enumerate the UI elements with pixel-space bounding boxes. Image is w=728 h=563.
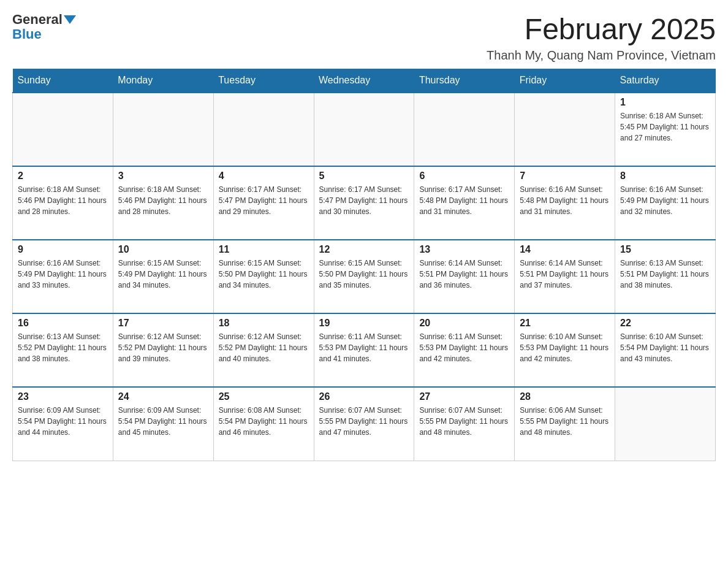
- day-number: 3: [118, 170, 208, 182]
- day-number: 19: [319, 318, 409, 329]
- day-number: 6: [419, 170, 509, 182]
- day-info: Sunrise: 6:10 AM Sunset: 5:53 PM Dayligh…: [520, 331, 610, 364]
- day-info: Sunrise: 6:10 AM Sunset: 5:54 PM Dayligh…: [620, 331, 710, 364]
- calendar-cell: 28Sunrise: 6:06 AM Sunset: 5:55 PM Dayli…: [515, 387, 615, 461]
- calendar-cell: 6Sunrise: 6:17 AM Sunset: 5:48 PM Daylig…: [414, 166, 515, 240]
- day-info: Sunrise: 6:07 AM Sunset: 5:55 PM Dayligh…: [319, 405, 409, 438]
- logo: General Blue: [12, 12, 76, 42]
- weekday-header-monday: Monday: [113, 69, 213, 93]
- day-info: Sunrise: 6:11 AM Sunset: 5:53 PM Dayligh…: [419, 331, 509, 364]
- calendar-cell: 21Sunrise: 6:10 AM Sunset: 5:53 PM Dayli…: [515, 313, 615, 387]
- day-number: 25: [219, 391, 309, 402]
- calendar-table: SundayMondayTuesdayWednesdayThursdayFrid…: [12, 69, 716, 461]
- calendar-cell: [113, 93, 213, 166]
- day-number: 16: [18, 318, 108, 329]
- day-info: Sunrise: 6:13 AM Sunset: 5:52 PM Dayligh…: [18, 331, 108, 364]
- day-number: 23: [18, 391, 108, 402]
- calendar-cell: 18Sunrise: 6:12 AM Sunset: 5:52 PM Dayli…: [213, 313, 314, 387]
- day-number: 14: [520, 244, 610, 255]
- calendar-cell: 19Sunrise: 6:11 AM Sunset: 5:53 PM Dayli…: [314, 313, 414, 387]
- day-number: 2: [18, 170, 108, 182]
- day-info: Sunrise: 6:07 AM Sunset: 5:55 PM Dayligh…: [419, 405, 509, 438]
- calendar-cell: 27Sunrise: 6:07 AM Sunset: 5:55 PM Dayli…: [414, 387, 515, 461]
- calendar-week-row: 1Sunrise: 6:18 AM Sunset: 5:45 PM Daylig…: [13, 93, 716, 166]
- day-info: Sunrise: 6:16 AM Sunset: 5:49 PM Dayligh…: [620, 184, 710, 217]
- day-info: Sunrise: 6:09 AM Sunset: 5:54 PM Dayligh…: [118, 405, 208, 438]
- day-info: Sunrise: 6:14 AM Sunset: 5:51 PM Dayligh…: [419, 258, 509, 291]
- day-number: 10: [118, 244, 208, 255]
- calendar-cell: 14Sunrise: 6:14 AM Sunset: 5:51 PM Dayli…: [515, 240, 615, 313]
- calendar-cell: 1Sunrise: 6:18 AM Sunset: 5:45 PM Daylig…: [615, 93, 716, 166]
- day-info: Sunrise: 6:17 AM Sunset: 5:47 PM Dayligh…: [319, 184, 409, 217]
- calendar-cell: 10Sunrise: 6:15 AM Sunset: 5:49 PM Dayli…: [113, 240, 213, 313]
- day-info: Sunrise: 6:15 AM Sunset: 5:50 PM Dayligh…: [319, 258, 409, 291]
- day-number: 21: [520, 318, 610, 329]
- day-info: Sunrise: 6:16 AM Sunset: 5:48 PM Dayligh…: [520, 184, 610, 217]
- calendar-cell: 9Sunrise: 6:16 AM Sunset: 5:49 PM Daylig…: [13, 240, 113, 313]
- calendar-cell: 7Sunrise: 6:16 AM Sunset: 5:48 PM Daylig…: [515, 166, 615, 240]
- day-info: Sunrise: 6:12 AM Sunset: 5:52 PM Dayligh…: [219, 331, 309, 364]
- day-info: Sunrise: 6:08 AM Sunset: 5:54 PM Dayligh…: [219, 405, 309, 438]
- day-info: Sunrise: 6:09 AM Sunset: 5:54 PM Dayligh…: [18, 405, 108, 438]
- day-info: Sunrise: 6:06 AM Sunset: 5:55 PM Dayligh…: [520, 405, 610, 438]
- day-number: 1: [620, 97, 710, 108]
- calendar-title: February 2025: [487, 12, 716, 46]
- day-info: Sunrise: 6:17 AM Sunset: 5:47 PM Dayligh…: [219, 184, 309, 217]
- calendar-cell: 26Sunrise: 6:07 AM Sunset: 5:55 PM Dayli…: [314, 387, 414, 461]
- day-number: 20: [419, 318, 509, 329]
- calendar-subtitle: Thanh My, Quang Nam Province, Vietnam: [487, 48, 716, 63]
- day-info: Sunrise: 6:16 AM Sunset: 5:49 PM Dayligh…: [18, 258, 108, 291]
- calendar-week-row: 23Sunrise: 6:09 AM Sunset: 5:54 PM Dayli…: [13, 387, 716, 461]
- calendar-cell: [13, 93, 113, 166]
- day-info: Sunrise: 6:17 AM Sunset: 5:48 PM Dayligh…: [419, 184, 509, 217]
- day-number: 9: [18, 244, 108, 255]
- calendar-cell: 22Sunrise: 6:10 AM Sunset: 5:54 PM Dayli…: [615, 313, 716, 387]
- calendar-cell: 11Sunrise: 6:15 AM Sunset: 5:50 PM Dayli…: [213, 240, 314, 313]
- day-number: 22: [620, 318, 710, 329]
- day-info: Sunrise: 6:13 AM Sunset: 5:51 PM Dayligh…: [620, 258, 710, 291]
- day-info: Sunrise: 6:15 AM Sunset: 5:50 PM Dayligh…: [219, 258, 309, 291]
- logo-general: General: [12, 12, 63, 27]
- calendar-cell: 20Sunrise: 6:11 AM Sunset: 5:53 PM Dayli…: [414, 313, 515, 387]
- day-info: Sunrise: 6:15 AM Sunset: 5:49 PM Dayligh…: [118, 258, 208, 291]
- day-number: 5: [319, 170, 409, 182]
- weekday-header-tuesday: Tuesday: [213, 69, 314, 93]
- calendar-cell: 25Sunrise: 6:08 AM Sunset: 5:54 PM Dayli…: [213, 387, 314, 461]
- day-info: Sunrise: 6:18 AM Sunset: 5:46 PM Dayligh…: [18, 184, 108, 217]
- calendar-cell: 8Sunrise: 6:16 AM Sunset: 5:49 PM Daylig…: [615, 166, 716, 240]
- calendar-cell: 16Sunrise: 6:13 AM Sunset: 5:52 PM Dayli…: [13, 313, 113, 387]
- weekday-header-friday: Friday: [515, 69, 615, 93]
- calendar-cell: 17Sunrise: 6:12 AM Sunset: 5:52 PM Dayli…: [113, 313, 213, 387]
- day-info: Sunrise: 6:14 AM Sunset: 5:51 PM Dayligh…: [520, 258, 610, 291]
- day-number: 27: [419, 391, 509, 402]
- day-number: 18: [219, 318, 309, 329]
- calendar-week-row: 9Sunrise: 6:16 AM Sunset: 5:49 PM Daylig…: [13, 240, 716, 313]
- day-info: Sunrise: 6:18 AM Sunset: 5:45 PM Dayligh…: [620, 110, 710, 144]
- calendar-cell: 2Sunrise: 6:18 AM Sunset: 5:46 PM Daylig…: [13, 166, 113, 240]
- day-number: 4: [219, 170, 309, 182]
- weekday-header-sunday: Sunday: [13, 69, 113, 93]
- calendar-cell: 24Sunrise: 6:09 AM Sunset: 5:54 PM Dayli…: [113, 387, 213, 461]
- calendar-cell: 4Sunrise: 6:17 AM Sunset: 5:47 PM Daylig…: [213, 166, 314, 240]
- calendar-cell: 12Sunrise: 6:15 AM Sunset: 5:50 PM Dayli…: [314, 240, 414, 313]
- logo-blue: Blue: [12, 27, 42, 42]
- calendar-week-row: 16Sunrise: 6:13 AM Sunset: 5:52 PM Dayli…: [13, 313, 716, 387]
- day-info: Sunrise: 6:18 AM Sunset: 5:46 PM Dayligh…: [118, 184, 208, 217]
- calendar-header-row: SundayMondayTuesdayWednesdayThursdayFrid…: [13, 69, 716, 93]
- calendar-cell: [615, 387, 716, 461]
- day-number: 11: [219, 244, 309, 255]
- calendar-week-row: 2Sunrise: 6:18 AM Sunset: 5:46 PM Daylig…: [13, 166, 716, 240]
- calendar-cell: 23Sunrise: 6:09 AM Sunset: 5:54 PM Dayli…: [13, 387, 113, 461]
- weekday-header-thursday: Thursday: [414, 69, 515, 93]
- calendar-cell: [414, 93, 515, 166]
- calendar-cell: [213, 93, 314, 166]
- day-number: 12: [319, 244, 409, 255]
- day-number: 26: [319, 391, 409, 402]
- page-header: General Blue February 2025 Thanh My, Qua…: [12, 12, 716, 63]
- weekday-header-wednesday: Wednesday: [314, 69, 414, 93]
- title-section: February 2025 Thanh My, Quang Nam Provin…: [487, 12, 716, 63]
- day-info: Sunrise: 6:12 AM Sunset: 5:52 PM Dayligh…: [118, 331, 208, 364]
- day-number: 28: [520, 391, 610, 402]
- calendar-cell: 3Sunrise: 6:18 AM Sunset: 5:46 PM Daylig…: [113, 166, 213, 240]
- calendar-cell: [515, 93, 615, 166]
